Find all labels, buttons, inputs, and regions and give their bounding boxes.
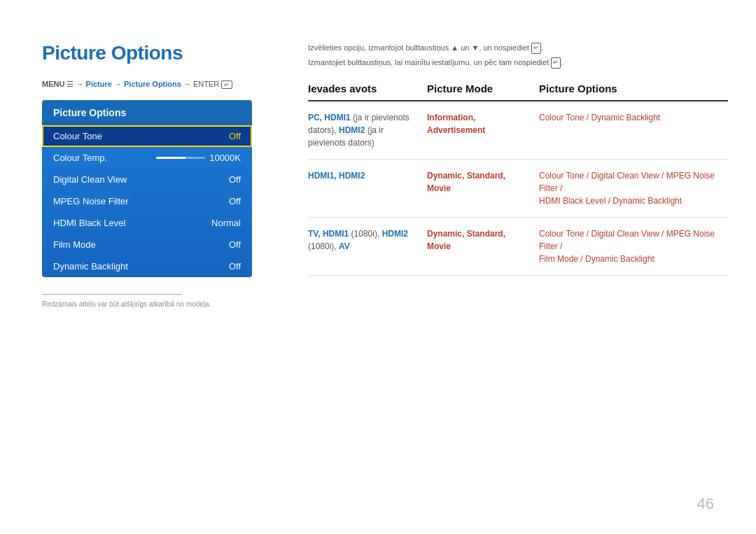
source-hdmi2-3: HDMI2 [382,229,408,239]
col-header-mode: Picture Mode [427,83,539,101]
menu-label: MENU ☰ → [42,80,86,88]
source-hdmi1-hdmi2: HDMI1, HDMI2 [308,171,365,181]
mpeg-noise-filter-value: Off [229,196,241,206]
footnote-text: Redzamais attēls var būt atšķirīgs atkar… [42,300,301,308]
digital-clean-view-label: Digital Clean View [53,174,127,185]
picture-options-panel: Picture Options Colour Tone Off Colour T… [42,100,252,277]
menu-item-dynamic-backlight[interactable]: Dynamic Backlight Off [42,255,252,277]
source-hdmi2-1: HDMI2 [339,125,365,135]
source-cell-1: PC, HDMI1 (ja ir pievienots dators), HDM… [308,101,427,160]
enter-icon: ↵ [221,80,232,89]
table-row: TV, HDMI1 (1080i), HDMI2 (1080i), AV Dyn… [308,217,728,275]
menu-picture: Picture [86,80,112,88]
colour-temp-control: 10000K [156,153,241,163]
col-header-source: Ievades avots [308,83,427,101]
mode-cell-1: Information, Advertisement [427,101,539,160]
mode-cell-2: Dynamic, Standard, Movie [427,159,539,217]
colour-temp-value: 10000K [209,153,241,163]
menu-item-mpeg-noise-filter[interactable]: MPEG Noise Filter Off [42,190,252,212]
panel-title: Picture Options [42,100,252,125]
source-pc-hdmi1: PC, HDMI1 [308,113,351,122]
digital-clean-view-value: Off [229,174,241,185]
left-column: Picture Options MENU ☰ → Picture → Pictu… [42,42,301,308]
colour-tone-label: Colour Tone [53,131,102,141]
options-1: Colour Tone / Dynamic Backlight [539,113,660,122]
page-title: Picture Options [42,42,301,64]
col-header-options: Picture Options [539,83,728,101]
right-column: Izvēlieties opciju, izmantojot bulttaust… [308,42,728,276]
menu-item-colour-temp[interactable]: Colour Temp. 10000K [42,147,252,169]
menu-item-digital-clean-view[interactable]: Digital Clean View Off [42,169,252,190]
source-tv: TV, HDMI1 [308,229,349,239]
source-tv-sub: (1080i), [351,229,382,239]
source-av: AV [339,241,350,251]
temp-bar [156,157,205,159]
source-hdmi2-sub3: (1080i), [308,241,339,251]
source-cell-2: HDMI1, HDMI2 [308,159,427,217]
film-mode-label: Film Mode [53,239,96,250]
options-2-sub: HDMI Black Level / Dynamic Backlight [539,196,682,206]
menu-item-hdmi-black-level[interactable]: HDMI Black Level Normal [42,212,252,234]
page-number: 46 [697,495,714,513]
options-cell-3: Colour Tone / Digital Clean View / MPEG … [539,217,728,275]
options-3-sub: Film Mode / Dynamic Backlight [539,254,654,264]
hdmi-black-level-value: Normal [211,218,241,228]
mode-1: Information, Advertisement [427,113,485,135]
temp-bar-fill [156,157,186,159]
colour-temp-label: Colour Temp. [53,153,107,163]
menu-item-colour-tone[interactable]: Colour Tone Off [42,125,252,147]
table-row: PC, HDMI1 (ja ir pievienots dators), HDM… [308,101,728,160]
source-cell-3: TV, HDMI1 (1080i), HDMI2 (1080i), AV [308,217,427,275]
film-mode-value: Off [229,239,241,250]
info-table: Ievades avots Picture Mode Picture Optio… [308,83,728,276]
options-2-main: Colour Tone / Digital Clean View / MPEG … [539,171,715,193]
table-row: HDMI1, HDMI2 Dynamic, Standard, Movie Co… [308,159,728,217]
options-cell-1: Colour Tone / Dynamic Backlight [539,101,728,160]
menu-item-film-mode[interactable]: Film Mode Off [42,234,252,255]
options-cell-2: Colour Tone / Digital Clean View / MPEG … [539,159,728,217]
footnote-divider [42,294,182,295]
mode-3: Dynamic, Standard, Movie [427,229,505,251]
dynamic-backlight-value: Off [229,261,241,272]
mode-cell-3: Dynamic, Standard, Movie [427,217,539,275]
dynamic-backlight-label: Dynamic Backlight [53,261,128,272]
mode-2: Dynamic, Standard, Movie [427,171,505,193]
menu-picture-options: Picture Options [124,80,181,88]
instruction-2: Izmantojiet bulttaustiņus, lai mainītu i… [308,57,728,69]
hdmi-black-level-label: HDMI Black Level [53,218,125,228]
mpeg-noise-filter-label: MPEG Noise Filter [53,196,129,206]
colour-tone-value: Off [229,131,241,141]
menu-path: MENU ☰ → Picture → Picture Options → ENT… [42,80,301,89]
options-3-main: Colour Tone / Digital Clean View / MPEG … [539,229,715,251]
instruction-1: Izvēlieties opciju, izmantojot bulttaust… [308,42,728,54]
